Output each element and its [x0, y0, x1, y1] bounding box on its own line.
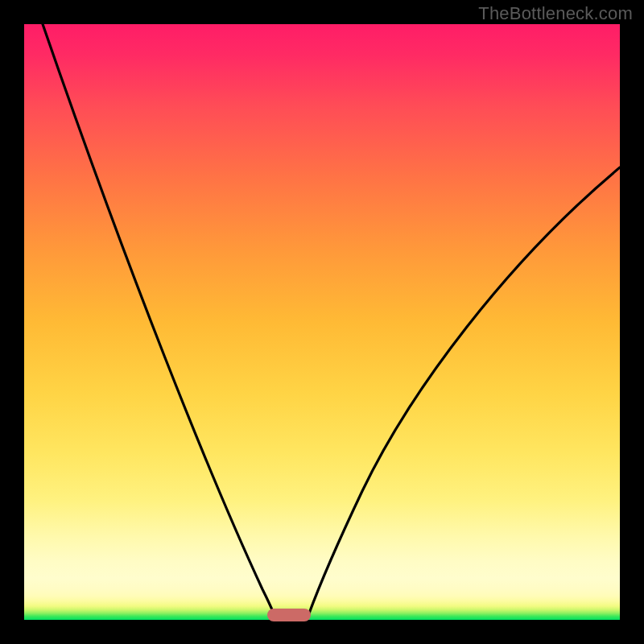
curve-layer — [24, 24, 620, 620]
plot-area — [24, 24, 620, 620]
chart-frame: TheBottleneck.com — [0, 0, 644, 644]
right-curve — [307, 167, 620, 620]
watermark-text: TheBottleneck.com — [478, 3, 633, 24]
left-curve — [43, 24, 276, 620]
optimal-marker — [267, 609, 311, 621]
